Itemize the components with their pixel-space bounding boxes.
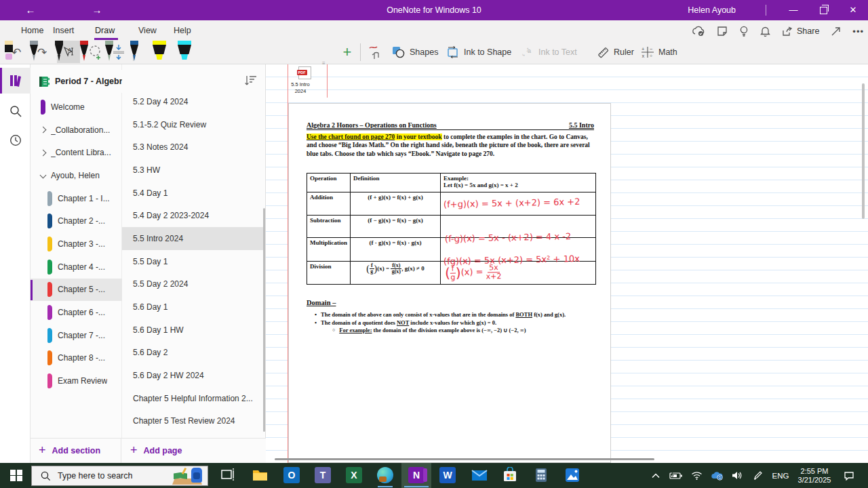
- section-item[interactable]: Chapter 4 -...: [31, 256, 122, 279]
- outlook-button[interactable]: O: [283, 467, 301, 485]
- clock[interactable]: 2:55 PM 3/21/2025: [793, 467, 835, 485]
- battery-icon[interactable]: [666, 472, 686, 480]
- ink-to-shape-button[interactable]: Ink to Shape: [446, 42, 511, 62]
- section-item[interactable]: _Collaboration...: [31, 119, 122, 142]
- onenote-button[interactable]: N: [408, 467, 426, 485]
- share-button[interactable]: Share: [782, 26, 819, 37]
- page-item[interactable]: Chapter 5 Helpful Information 2...: [122, 387, 265, 410]
- sort-pages-icon[interactable]: [244, 73, 259, 91]
- math-button[interactable]: +−x÷ Math: [641, 42, 677, 62]
- ink-replay-icon[interactable]: [365, 42, 385, 62]
- page-item[interactable]: 5.6 Day 2 HW 2024: [122, 364, 265, 387]
- section-item[interactable]: Chapter 1 - I...: [31, 187, 122, 210]
- page-item[interactable]: 5.3 Notes 2024: [122, 136, 265, 159]
- section-item[interactable]: _Content Libra...: [31, 141, 122, 164]
- tray-chevron-icon[interactable]: [646, 473, 666, 479]
- close-button[interactable]: ✕: [838, 0, 868, 20]
- action-center-icon[interactable]: [835, 471, 863, 481]
- mail-button[interactable]: [471, 467, 488, 485]
- page-item[interactable]: 5.5 Intro 2024: [122, 227, 265, 250]
- pen-tool[interactable]: [25, 41, 43, 62]
- minimize-button[interactable]: —: [778, 0, 808, 20]
- ruler-button[interactable]: Ruler: [597, 42, 634, 62]
- photos-button[interactable]: [564, 467, 582, 485]
- volume-icon[interactable]: [727, 471, 747, 480]
- notebooks-nav-button[interactable]: [0, 68, 31, 94]
- search-nav-button[interactable]: [0, 98, 31, 124]
- page-item[interactable]: 5.2 Day 4 2024: [122, 90, 265, 113]
- calculator-button[interactable]: [533, 467, 551, 485]
- add-pen-icon[interactable]: +: [338, 42, 357, 62]
- section-item[interactable]: Chapter 3 -...: [31, 232, 122, 256]
- tab-home[interactable]: Home: [18, 20, 46, 41]
- page-item[interactable]: 5.3 HW: [122, 159, 265, 182]
- tab-insert[interactable]: Insert: [50, 20, 77, 41]
- printout-handle-icon[interactable]: ≡: [322, 60, 326, 66]
- wifi-icon[interactable]: [686, 471, 707, 480]
- teams-button[interactable]: T: [315, 467, 332, 485]
- onedrive-icon[interactable]: [707, 471, 727, 481]
- more-options-icon[interactable]: •••: [852, 26, 864, 37]
- pdf-badge: PDF: [297, 70, 307, 75]
- page-item[interactable]: 5.1-5.2 Quiz Review: [122, 113, 265, 136]
- page-item[interactable]: 5.4 Day 1: [122, 182, 265, 205]
- pdf-printout[interactable]: Algebra 2 Honors – Operations on Functio…: [288, 103, 611, 463]
- language-indicator[interactable]: ENG: [768, 472, 793, 480]
- recent-notes-button[interactable]: [0, 127, 31, 153]
- chevron-right-icon[interactable]: [40, 127, 47, 134]
- chevron-right-icon[interactable]: [40, 149, 47, 156]
- tab-help[interactable]: Help: [171, 20, 194, 41]
- fullscreen-icon[interactable]: [831, 26, 841, 37]
- page-item[interactable]: 5.5 Day 1: [122, 250, 265, 273]
- pen-tool[interactable]: [125, 41, 143, 62]
- tab-view[interactable]: View: [136, 20, 159, 41]
- section-item[interactable]: Chapter 6 -...: [31, 301, 122, 324]
- page-item[interactable]: 5.6 Day 2: [122, 342, 265, 365]
- notifications-bell-icon[interactable]: [760, 26, 770, 37]
- section-item[interactable]: Ayoub, Helen: [31, 164, 122, 187]
- shapes-button[interactable]: Shapes: [392, 42, 438, 62]
- section-item[interactable]: Chapter 2 -...: [31, 209, 122, 232]
- pages-scrollbar[interactable]: [263, 208, 265, 432]
- pen-tool[interactable]: [100, 41, 118, 62]
- section-item[interactable]: Chapter 8 -...: [31, 347, 122, 370]
- page-item[interactable]: 5.4 Day 2 2023-2024: [122, 204, 265, 227]
- pen-tool[interactable]: [151, 41, 168, 62]
- taskbar-search[interactable]: Type here to search: [31, 466, 208, 486]
- section-item[interactable]: Exam Review: [31, 369, 122, 392]
- horizontal-scrollbar[interactable]: [275, 458, 654, 460]
- add-section-button[interactable]: + Add section: [39, 443, 100, 458]
- excel-button[interactable]: X: [346, 467, 363, 485]
- pen-tool[interactable]: [176, 41, 193, 62]
- restore-button[interactable]: [808, 0, 838, 20]
- vertical-scrollbar[interactable]: [862, 83, 865, 219]
- add-bar-divider: [121, 439, 121, 463]
- pen-tray-icon[interactable]: [747, 470, 768, 481]
- page-item[interactable]: 5.6 Day 1 HW: [122, 319, 265, 342]
- section-label: Ayoub, Helen: [51, 171, 100, 180]
- word-button[interactable]: W: [439, 467, 457, 485]
- store-button[interactable]: [502, 467, 519, 485]
- page-item[interactable]: 5.5 Day 2 2024: [122, 273, 265, 296]
- page-item[interactable]: 5.6 Day 1: [122, 296, 265, 319]
- pen-tool[interactable]: [50, 41, 68, 62]
- add-page-button[interactable]: + Add page: [130, 443, 182, 458]
- task-view-button[interactable]: [220, 467, 237, 485]
- navigation-rail: [0, 64, 31, 463]
- section-item[interactable]: Chapter 5 -...: [31, 279, 122, 302]
- edge-button[interactable]: [377, 467, 395, 485]
- section-item[interactable]: Chapter 7 -...: [31, 324, 122, 347]
- sync-status-icon[interactable]: [692, 26, 705, 37]
- start-button[interactable]: [7, 463, 26, 488]
- pen-tool[interactable]: [0, 41, 18, 62]
- lightbulb-icon[interactable]: [739, 26, 749, 37]
- signed-in-user[interactable]: Helen Ayoub: [688, 0, 736, 20]
- chevron-down-icon[interactable]: [40, 172, 47, 179]
- pdf-file-card[interactable]: PDF 5.5 Intro 2024: [290, 66, 311, 95]
- section-item[interactable]: Welcome: [31, 96, 122, 119]
- pen-tool[interactable]: [75, 41, 93, 62]
- addition-example: (f+g)(x) = 5x + (x+2) = 6x +2: [441, 192, 596, 216]
- sticky-note-icon[interactable]: [717, 26, 728, 37]
- page-item[interactable]: Chapter 5 Test Review 2024: [122, 410, 265, 433]
- file-explorer-button[interactable]: [252, 467, 269, 485]
